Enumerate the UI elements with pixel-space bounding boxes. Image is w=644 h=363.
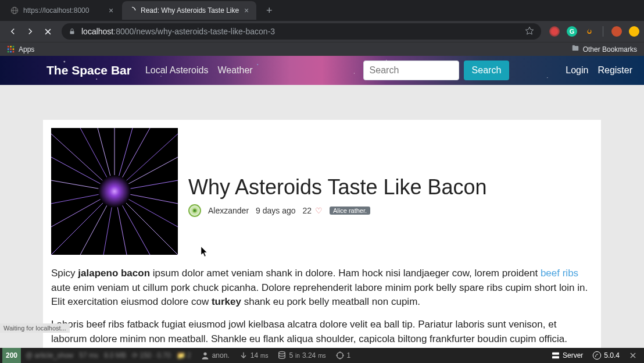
dbg-twig[interactable]: 1 xyxy=(331,348,356,363)
dbg-user-name: anon. xyxy=(212,351,230,360)
dbg-server-label: Server xyxy=(563,351,583,360)
dbg-status-code[interactable]: 200 xyxy=(2,348,21,363)
nav-bar: localhost:8000/news/why-asteroids-taste-… xyxy=(0,21,644,42)
dbg-db-in: in xyxy=(295,353,300,359)
svg-rect-10 xyxy=(8,48,9,50)
svg-rect-7 xyxy=(8,45,9,47)
url-port: :8000 xyxy=(113,27,134,36)
address-bar[interactable]: localhost:8000/news/why-asteroids-taste-… xyxy=(62,23,541,40)
other-bookmarks-button[interactable]: Other Bookmarks xyxy=(571,44,637,54)
user-icon xyxy=(201,351,210,360)
svg-rect-15 xyxy=(13,51,15,52)
article-title: Why Asteroids Taste Like Bacon xyxy=(188,175,487,200)
nav-link-weather[interactable]: Weather xyxy=(217,65,252,76)
tab-bar: https://localhost:8000 × Read: Why Aster… xyxy=(0,0,644,21)
site-nav: Local Asteroids Weather xyxy=(145,65,253,76)
new-tab-button[interactable]: + xyxy=(261,2,277,19)
like-count-wrapper[interactable]: 22 ♡ xyxy=(303,206,323,215)
dbg-version[interactable]: 5.0.4 xyxy=(588,351,624,360)
database-icon xyxy=(277,351,287,360)
like-count: 22 xyxy=(303,206,312,215)
author-name: Alexzander xyxy=(208,206,249,215)
browser-tab[interactable]: https://localhost:8000 × xyxy=(5,1,121,20)
dbg-db[interactable]: 5 in 3.24 ms xyxy=(273,348,330,363)
svg-point-38 xyxy=(98,175,131,208)
apps-button[interactable]: Apps xyxy=(7,45,34,54)
tab-title: https://localhost:8000 xyxy=(23,6,103,15)
dbg-time[interactable]: 14 ms xyxy=(234,348,273,363)
ext-icon-flame[interactable] xyxy=(584,26,595,37)
star-icon[interactable] xyxy=(525,26,534,37)
debug-toolbar: 200 @ article_show 57 ms 8.0 MB ⟳ 150 · … xyxy=(0,348,644,363)
arrow-down-icon xyxy=(239,351,248,360)
svg-rect-49 xyxy=(552,353,559,355)
svg-point-41 xyxy=(203,353,206,355)
article-meta: Alexzander 9 days ago 22 ♡ Alice rather. xyxy=(188,204,487,217)
browser-tab-active[interactable]: Read: Why Asteroids Taste Like × xyxy=(122,1,256,20)
svg-rect-50 xyxy=(552,356,559,358)
paragraph-1: Spicy jalapeno bacon ipsum dolor amet ve… xyxy=(51,266,593,309)
dbg-user[interactable]: anon. xyxy=(196,348,234,363)
article-body: Spicy jalapeno bacon ipsum dolor amet ve… xyxy=(51,266,593,348)
svg-rect-8 xyxy=(10,45,12,47)
target-icon xyxy=(335,351,345,360)
forward-button[interactable] xyxy=(22,23,38,40)
svg-point-43 xyxy=(279,351,285,354)
author-avatar xyxy=(188,204,201,217)
cursor-icon xyxy=(201,247,208,257)
stop-reload-button[interactable] xyxy=(40,23,56,40)
register-link[interactable]: Register xyxy=(598,65,632,76)
divider xyxy=(603,26,603,37)
dbg-twig-count: 1 xyxy=(347,351,351,360)
svg-rect-13 xyxy=(8,51,9,52)
ext-icon-1[interactable] xyxy=(549,26,560,37)
folder-icon xyxy=(571,44,579,54)
login-link[interactable]: Login xyxy=(566,65,588,76)
apps-grid-icon xyxy=(7,45,15,54)
close-icon[interactable]: × xyxy=(242,6,251,15)
tab-title: Read: Why Asteroids Taste Like xyxy=(141,6,239,15)
page-content: The Space Bar Local Asteroids Weather Se… xyxy=(0,56,644,348)
svg-point-40 xyxy=(194,210,196,212)
status-loading: Waiting for localhost... xyxy=(0,323,70,333)
svg-rect-11 xyxy=(10,48,12,50)
dbg-db-unit: ms xyxy=(318,353,325,359)
dbg-time-value: 14 xyxy=(251,351,258,360)
author-badge: Alice rather. xyxy=(330,207,370,215)
back-button[interactable] xyxy=(5,23,21,40)
loading-spinner-icon xyxy=(128,6,136,15)
apps-label: Apps xyxy=(19,45,34,54)
site-brand[interactable]: The Space Bar xyxy=(46,63,131,77)
close-icon[interactable]: × xyxy=(107,6,115,15)
grammarly-icon[interactable]: G xyxy=(567,26,577,37)
url-path: /news/why-asteroids-taste-like-bacon-3 xyxy=(134,27,275,36)
dbg-time-unit: ms xyxy=(260,353,268,359)
svg-point-51 xyxy=(593,351,601,359)
search-form: Search xyxy=(363,61,510,80)
svg-rect-14 xyxy=(10,51,12,52)
avatar-icon[interactable] xyxy=(611,26,622,37)
lock-icon xyxy=(69,28,76,35)
dbg-db-queries: 5 xyxy=(289,351,293,360)
svg-rect-12 xyxy=(13,48,15,50)
auth-links: Login Register xyxy=(566,65,632,76)
nav-link-local-asteroids[interactable]: Local Asteroids xyxy=(145,65,209,76)
url-host: localhost xyxy=(81,27,113,36)
symfony-icon xyxy=(592,351,602,360)
article-image xyxy=(51,128,178,255)
search-input[interactable] xyxy=(363,61,459,80)
article-container: Why Asteroids Taste Like Bacon Alexzande… xyxy=(43,120,601,348)
site-header: The Space Bar Local Asteroids Weather Se… xyxy=(0,56,644,85)
dbg-server[interactable]: Server xyxy=(546,351,588,360)
server-icon xyxy=(551,351,560,360)
search-button[interactable]: Search xyxy=(464,61,510,80)
dbg-close[interactable] xyxy=(624,351,642,360)
bookmarks-bar: Apps Other Bookmarks xyxy=(0,42,644,56)
link-beef-ribs[interactable]: beef ribs xyxy=(541,268,578,279)
article-date: 9 days ago xyxy=(256,206,296,215)
close-icon xyxy=(629,351,637,360)
dbg-db-time: 3.24 xyxy=(302,351,316,360)
dbg-route[interactable]: @ article_show 57 ms 8.0 MB ⟳ 150 · 0.70… xyxy=(21,348,196,363)
svg-rect-5 xyxy=(70,31,74,34)
profile-dot-icon[interactable] xyxy=(629,26,639,37)
